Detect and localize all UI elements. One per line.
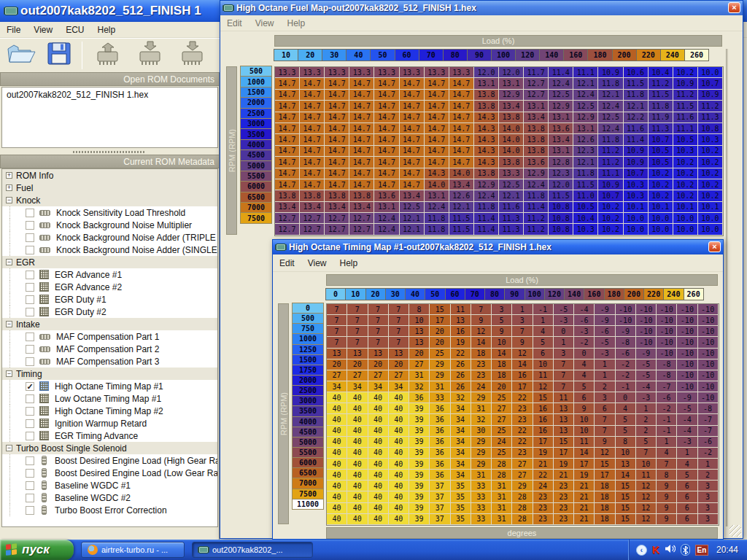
timing-cell[interactable]: 6 [677,481,697,491]
timing-cell[interactable]: 35 [451,481,471,491]
resize-grip[interactable] [729,525,741,537]
timing-row-header[interactable]: 6000 [292,457,324,468]
fuel-cell[interactable]: 13.1 [474,78,499,89]
panel-splitter[interactable] [0,149,220,155]
timing-cell[interactable]: -10 [636,326,657,337]
fuel-cell[interactable]: 10.7 [624,168,649,179]
timing-cell[interactable]: 17 [595,470,615,481]
timing-cell[interactable]: 15 [430,304,450,315]
timing-cell[interactable]: 23 [533,491,554,502]
fuel-cell[interactable]: 14.7 [349,90,374,101]
timing-cell[interactable]: 28 [512,503,533,514]
fuel-cell[interactable]: 14.7 [275,179,300,190]
fuel-cell[interactable]: 11.3 [499,224,524,235]
fuel-cell[interactable]: 12.3 [549,168,573,179]
fuel-cell[interactable]: 11.2 [524,224,549,235]
fuel-menu-edit[interactable]: Edit [220,16,249,31]
fuel-cell[interactable]: 12.4 [524,179,549,190]
timing-cell[interactable]: 11 [451,304,471,315]
timing-cell[interactable]: 5 [492,315,512,326]
timing-cell[interactable]: 26 [451,370,471,381]
volume-icon[interactable] [665,543,676,556]
fuel-cell[interactable]: 13.8 [499,112,524,123]
timing-cell[interactable]: 27 [512,470,533,481]
tree-item-maf-compensation-part-2[interactable]: MAF Compensation Part 2 [2,343,217,355]
timing-cell[interactable]: 25 [492,426,512,437]
fuel-cell[interactable]: 10.9 [698,90,723,101]
fuel-cell[interactable]: 13.8 [499,157,524,168]
close-icon[interactable]: × [728,2,740,13]
fuel-cell[interactable]: 11.1 [598,168,623,179]
fuel-cell[interactable]: 13.3 [374,67,399,78]
timing-cell[interactable]: 20 [389,359,409,370]
timing-cell[interactable]: 6 [595,403,615,414]
timing-cell[interactable]: -8 [657,359,677,370]
timing-cell[interactable]: 33 [471,503,492,514]
menu-ecu[interactable]: ECU [59,23,90,37]
timing-cell[interactable]: 7 [327,304,347,315]
timing-cell[interactable]: 7 [389,304,409,315]
fuel-cell[interactable]: 10.3 [673,146,698,157]
timing-cell[interactable]: 6 [677,491,697,502]
timing-cell[interactable]: 1 [698,459,719,470]
timing-cell[interactable]: -5 [636,370,657,381]
timing-cell[interactable]: 15 [616,514,636,525]
fuel-cell[interactable]: 13.8 [524,134,549,145]
collapse-icon[interactable]: − [6,321,12,327]
timing-cell[interactable]: -10 [677,337,697,348]
fuel-row-header[interactable]: 7500 [240,212,272,223]
timing-cell[interactable]: 1 [533,315,554,326]
checkbox-unchecked[interactable] [26,357,34,366]
timing-cell[interactable]: 12 [533,381,554,392]
timing-cell[interactable]: -10 [677,304,697,315]
timing-cell[interactable]: 40 [347,437,368,448]
fuel-row-header[interactable]: 4500 [240,149,272,160]
timing-cell[interactable]: 13 [451,315,471,326]
fuel-cell[interactable]: 12.0 [549,179,573,190]
fuel-cell[interactable]: 10.8 [549,202,573,213]
timing-cell[interactable]: 9 [595,437,615,448]
timing-cell[interactable]: 40 [347,392,368,403]
fuel-column-header[interactable]: 260 [684,49,709,61]
timing-cell[interactable]: 23 [554,514,574,525]
tree-item-high-octane-timing-map-2[interactable]: High Octane Timing Map #2 [2,405,217,417]
checkbox-unchecked[interactable] [26,283,34,292]
fuel-cell[interactable]: 10.0 [673,213,698,224]
fuel-cell[interactable]: 12.7 [300,224,325,235]
fuel-cell[interactable]: 14.0 [499,146,524,157]
fuel-cell[interactable]: 14.7 [425,134,449,145]
timing-cell[interactable]: -8 [657,370,677,381]
timing-cell[interactable]: -7 [698,426,719,437]
fuel-cell[interactable]: 14.7 [425,123,449,134]
fuel-cell[interactable]: 10.1 [624,202,649,213]
timing-cell[interactable]: 12 [471,326,492,337]
timing-cell[interactable]: -2 [657,403,677,414]
fuel-cell[interactable]: 10.3 [573,224,598,235]
timing-cell[interactable]: 7 [657,459,677,470]
timing-cell[interactable]: 18 [471,349,492,359]
timing-cell[interactable]: 14 [471,337,492,348]
timing-cell[interactable]: 36 [430,414,450,425]
timing-cell[interactable]: 36 [430,403,450,414]
timing-cell[interactable]: 6 [677,503,697,514]
timing-cell[interactable]: 40 [327,437,347,448]
timing-column-header[interactable]: 70 [465,288,485,300]
fuel-cell[interactable]: 14.7 [300,179,325,190]
timing-cell[interactable]: 24 [492,437,512,448]
timing-cell[interactable]: 1 [595,359,615,370]
timing-cell[interactable]: 40 [389,503,409,514]
timing-cell[interactable]: 29 [512,481,533,491]
timing-cell[interactable]: 13 [409,326,430,337]
timing-cell[interactable]: 17 [512,381,533,392]
timing-cell[interactable]: -10 [698,381,719,392]
timing-cell[interactable]: 7 [368,326,389,337]
timing-cell[interactable]: 7 [327,326,347,337]
tree-item-low-octane-timing-map-1[interactable]: Low Octane Timing Map #1 [2,392,217,405]
fuel-column-header[interactable]: 70 [419,49,444,61]
timing-cell[interactable]: -10 [657,349,677,359]
timing-cell[interactable]: -1 [616,381,636,392]
timing-cell[interactable]: 9 [512,337,533,348]
fuel-cell[interactable]: 12.6 [573,134,598,145]
timing-cell[interactable]: 10 [409,315,430,326]
timing-cell[interactable]: 23 [471,370,492,381]
